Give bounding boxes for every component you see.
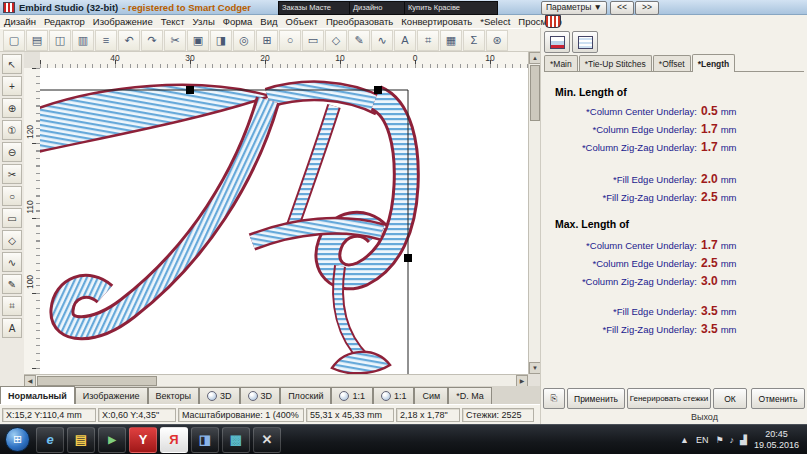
horizontal-scrollbar[interactable]: ◀ ▶ xyxy=(24,374,528,386)
param-value[interactable]: 3.0 xyxy=(701,274,721,288)
param-value[interactable]: 2.5 xyxy=(701,190,721,204)
settings-icon[interactable]: ⊛ xyxy=(486,30,508,51)
view-tab-1to1-b[interactable]: 1:1 xyxy=(373,387,415,404)
curve-icon[interactable]: ∿ xyxy=(371,30,393,51)
cut-icon[interactable]: ✂ xyxy=(164,30,186,51)
yandex-icon[interactable]: Я xyxy=(160,427,188,453)
tab-main[interactable]: *Main xyxy=(544,55,578,71)
zoom-out-tool[interactable]: ⊖ xyxy=(2,142,22,162)
volume-icon[interactable]: ♪ xyxy=(730,435,735,445)
open-icon[interactable]: ▤ xyxy=(26,30,48,51)
menu-select[interactable]: *Select xyxy=(476,16,514,27)
start-button[interactable]: ⊞ xyxy=(5,427,30,452)
sum-icon[interactable]: Σ xyxy=(463,30,485,51)
zoom-1-tool[interactable]: ① xyxy=(2,120,22,140)
menu-image[interactable]: Изображение xyxy=(89,16,157,27)
rect-icon[interactable]: ▭ xyxy=(302,30,324,51)
menu-shape[interactable]: Форма xyxy=(219,16,257,27)
undo-icon[interactable]: ↶ xyxy=(118,30,140,51)
exit-button[interactable]: Выход xyxy=(691,412,718,422)
text-tool[interactable]: A xyxy=(2,318,22,338)
window-preview-1[interactable]: Заказы Масте xyxy=(278,1,354,15)
save-icon[interactable]: ◫ xyxy=(49,30,71,51)
view-tab-sim[interactable]: Сим xyxy=(414,387,448,404)
tab-length[interactable]: *Length xyxy=(692,54,736,72)
polygon-icon[interactable]: ◇ xyxy=(325,30,347,51)
apply-button[interactable]: Применить xyxy=(567,388,625,409)
clock[interactable]: 20:45 19.05.2016 xyxy=(754,429,799,451)
text-icon[interactable]: A xyxy=(394,30,416,51)
print-icon[interactable]: ≡ xyxy=(95,30,117,51)
expand-panel-button[interactable]: >> xyxy=(635,1,659,15)
menu-text[interactable]: Текст xyxy=(157,16,189,27)
design-panel-button[interactable] xyxy=(572,31,598,53)
param-value[interactable]: 1.7 xyxy=(701,140,721,154)
view-tab-dma[interactable]: *D. Ма xyxy=(448,387,492,404)
menu-transform[interactable]: Преобразовать xyxy=(322,16,397,27)
language-indicator[interactable]: EN xyxy=(696,435,709,445)
explorer-folder-icon[interactable]: ▤ xyxy=(67,427,95,453)
param-value[interactable]: 3.5 xyxy=(701,304,721,318)
network-icon[interactable]: ▟ xyxy=(740,435,747,445)
view-tab-image[interactable]: Изображение xyxy=(75,387,148,404)
ok-button[interactable]: ОК xyxy=(713,388,747,409)
window-preview-2[interactable]: Дизайно xyxy=(349,1,409,15)
hidden-icons-arrow[interactable]: ▲ xyxy=(680,435,689,445)
measure-icon[interactable]: ⌗ xyxy=(417,30,439,51)
copy-icon[interactable]: ▣ xyxy=(187,30,209,51)
yandex-browser-icon[interactable]: Y xyxy=(129,427,157,453)
pencil-icon[interactable]: ✎ xyxy=(348,30,370,51)
pointer-tool[interactable]: ↖ xyxy=(2,54,22,74)
action-center-icon[interactable]: ⚑ xyxy=(715,435,723,445)
param-value[interactable]: 1.7 xyxy=(701,238,721,252)
param-value[interactable]: 2.0 xyxy=(701,172,721,186)
new-icon[interactable]: ▢ xyxy=(3,30,25,51)
polygon-tool[interactable]: ◇ xyxy=(2,230,22,250)
grid-tool[interactable]: ⌗ xyxy=(2,296,22,316)
selection-handle[interactable] xyxy=(404,254,412,262)
cancel-button[interactable]: Отменить xyxy=(751,388,805,409)
param-value[interactable]: 2.5 xyxy=(701,256,721,270)
copy-params-button[interactable]: ⎘ xyxy=(543,388,565,409)
param-value[interactable]: 1.7 xyxy=(701,122,721,136)
layers-icon[interactable]: ▦ xyxy=(440,30,462,51)
menu-view[interactable]: Вид xyxy=(256,16,281,27)
tab-offset[interactable]: *Offset xyxy=(653,55,691,71)
ellipse-icon[interactable]: ○ xyxy=(279,30,301,51)
selection-handle[interactable] xyxy=(186,86,194,94)
selection-handle[interactable] xyxy=(374,86,382,94)
grid-icon[interactable]: ⊞ xyxy=(256,30,278,51)
vscroll-thumb[interactable] xyxy=(530,65,540,121)
menu-editor[interactable]: Редактор xyxy=(40,16,89,27)
vertical-scrollbar[interactable]: ▲ ▼ xyxy=(528,52,540,374)
design-canvas[interactable] xyxy=(40,68,528,374)
view-tab-flat[interactable]: Плоский xyxy=(280,387,331,404)
hscroll-thumb[interactable] xyxy=(37,376,157,386)
menu-nodes[interactable]: Узлы xyxy=(189,16,219,27)
parameters-dropdown-button[interactable]: Параметры ▼ xyxy=(541,1,607,15)
window-preview-3[interactable]: Купить Красіве xyxy=(404,1,498,15)
curve-tool[interactable]: ∿ xyxy=(2,252,22,272)
rect-tool[interactable]: ▭ xyxy=(2,208,22,228)
paint-icon[interactable]: ◨ xyxy=(191,427,219,453)
tab-tie-up-stitches[interactable]: *Tie-Up Stitches xyxy=(579,55,652,71)
photo-viewer-icon[interactable]: ▩ xyxy=(222,427,250,453)
view-tab-vectors[interactable]: Векторы xyxy=(148,387,200,404)
view-tab-3d-a[interactable]: 3D xyxy=(199,387,240,404)
paste-icon[interactable]: ◨ xyxy=(210,30,232,51)
param-value[interactable]: 0.5 xyxy=(701,104,721,118)
generate-stitches-button[interactable]: Генерировать стежки xyxy=(627,388,711,409)
zoom-in-tool[interactable]: ⊕ xyxy=(2,98,22,118)
pencil-tool[interactable]: ✎ xyxy=(2,274,22,294)
internet-explorer-icon[interactable]: e xyxy=(36,427,64,453)
move-tool[interactable]: + xyxy=(2,76,22,96)
view-tab-normal[interactable]: Нормальный xyxy=(0,386,75,404)
ellipse-tool[interactable]: ○ xyxy=(2,186,22,206)
embird-taskbar-icon[interactable]: ✕ xyxy=(253,427,281,453)
media-player-icon[interactable]: ▶ xyxy=(98,427,126,453)
zoom-icon[interactable]: ◎ xyxy=(233,30,255,51)
import-icon[interactable]: ▥ xyxy=(72,30,94,51)
view-tab-1to1-a[interactable]: 1:1 xyxy=(331,387,373,404)
menu-design[interactable]: Дизайн xyxy=(0,16,40,27)
menu-convert[interactable]: Конвертировать xyxy=(397,16,476,27)
